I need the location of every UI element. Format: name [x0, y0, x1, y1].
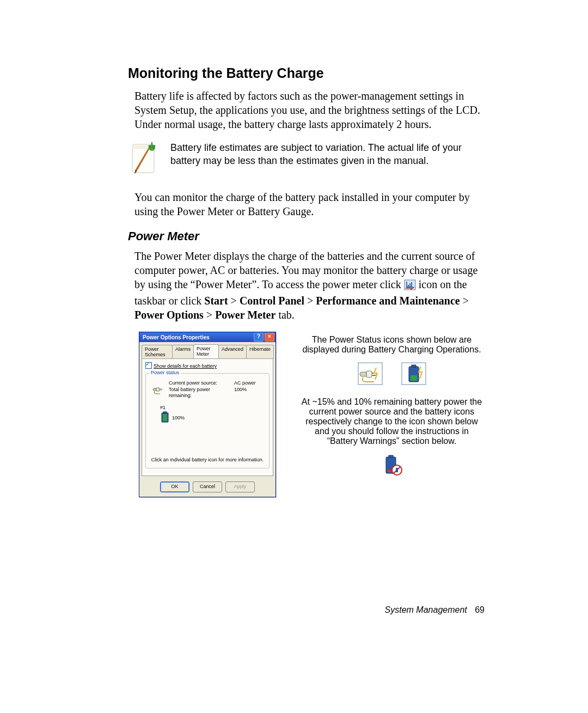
help-button[interactable]: ? — [254, 333, 264, 342]
right-column: The Power Status icons shown below are d… — [299, 332, 485, 477]
battery-pct: 100% — [172, 415, 185, 421]
svg-rect-11 — [163, 414, 167, 421]
checkbox-label: Show details for each battery — [154, 363, 217, 369]
battery-icon[interactable] — [160, 411, 170, 424]
tab-alarms[interactable]: Alarms — [172, 345, 194, 359]
svg-rect-21 — [389, 455, 393, 458]
svg-rect-4 — [409, 283, 411, 287]
tab-hibernate[interactable]: Hibernate — [246, 345, 274, 359]
remaining-label: Total battery power remaining: — [169, 387, 234, 399]
svg-rect-25 — [396, 468, 398, 472]
intro-paragraph: Battery life is affected by factors such… — [128, 89, 485, 131]
tab-power-schemes[interactable]: Power Schemes — [142, 345, 173, 359]
monitor-paragraph: You can monitor the charge of the batter… — [128, 190, 485, 218]
right-para-2: At ~15% and 10% remaining battery power … — [299, 397, 485, 446]
charging-icons-row — [299, 362, 485, 387]
note-text: Battery life estimates are subject to va… — [170, 141, 485, 168]
group-legend: Power status — [149, 370, 181, 375]
dialog-title: Power Options Properties — [143, 334, 210, 340]
svg-rect-5 — [411, 282, 412, 287]
two-column-block: Power Options Properties ? × Power Schem… — [128, 332, 485, 497]
checkbox-icon[interactable] — [145, 362, 152, 369]
svg-rect-19 — [411, 375, 417, 381]
note-pen-icon — [129, 141, 160, 181]
nav-tab-suffix: tab. — [275, 309, 294, 321]
plug-icon — [152, 384, 164, 396]
nav-power-meter-tab: Power Meter — [215, 309, 275, 321]
section-heading: Monitoring the Battery Charge — [128, 65, 485, 81]
nav-power-options: Power Options — [134, 309, 204, 321]
battery-id: #1 — [160, 405, 265, 410]
power-meter-paragraph: The Power Meter displays the charge of t… — [128, 249, 485, 322]
tab-advanced[interactable]: Advanced — [218, 345, 247, 359]
dialog-tabs: Power Schemes Alarms Power Meter Advance… — [139, 342, 275, 358]
status-row: Current power source: Total battery powe… — [152, 380, 265, 399]
battery-slot: #1 100% — [160, 405, 265, 424]
apply-button[interactable]: Apply — [225, 482, 255, 492]
footer-page-number: 69 — [475, 605, 485, 614]
battery-charging-icon — [401, 362, 426, 387]
svg-rect-10 — [163, 412, 167, 413]
svg-rect-13 — [366, 371, 372, 377]
battery-hint: Click an individual battery icon for mor… — [150, 457, 265, 462]
svg-rect-6 — [156, 388, 160, 391]
source-label: Current power source: — [169, 380, 234, 387]
remaining-value: 100% — [234, 387, 256, 393]
power-status-group: Power status — [145, 373, 270, 468]
page-footer: System Management 69 — [385, 605, 485, 615]
power-options-dialog: Power Options Properties ? × Power Schem… — [139, 332, 276, 497]
plug-charging-icon — [358, 362, 383, 387]
footer-section: System Management — [385, 605, 467, 614]
tab-power-meter[interactable]: Power Meter — [193, 344, 219, 358]
tab-panel: Show details for each battery Power stat… — [142, 358, 273, 476]
note-block: Battery life estimates are subject to va… — [128, 141, 485, 181]
svg-rect-3 — [408, 285, 409, 287]
svg-point-1 — [149, 144, 155, 151]
dialog-titlebar: Power Options Properties ? × — [139, 332, 275, 342]
status-labels: Current power source: Total battery powe… — [169, 380, 256, 399]
dialog-buttons: OK Cancel Apply — [139, 478, 275, 497]
nav-perf-maint: Performance and Maintenance — [316, 295, 460, 307]
show-details-checkbox-row[interactable]: Show details for each battery — [145, 362, 270, 369]
low-battery-icon — [299, 454, 485, 477]
close-button[interactable]: × — [265, 333, 274, 342]
right-para-1: The Power Status icons shown below are d… — [299, 335, 485, 355]
page: Monitoring the Battery Charge Battery li… — [0, 0, 588, 713]
nav-start: Start — [204, 295, 228, 307]
power-meter-tray-icon — [404, 279, 416, 294]
ok-button[interactable]: OK — [160, 482, 189, 492]
svg-rect-18 — [412, 365, 416, 367]
cancel-button[interactable]: Cancel — [193, 482, 222, 492]
nav-control-panel: Control Panel — [240, 295, 304, 307]
source-value: AC power — [234, 380, 256, 387]
subheading-power-meter: Power Meter — [128, 229, 485, 243]
